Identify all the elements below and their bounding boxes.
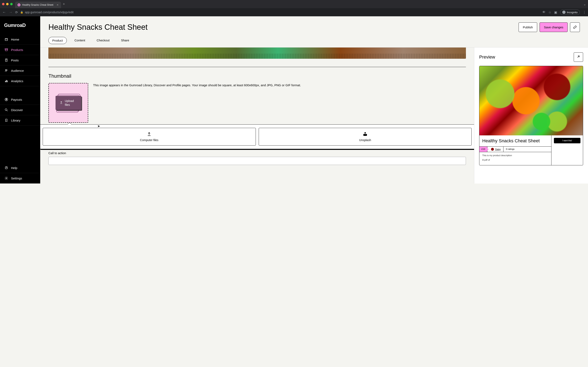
sidebar-item-posts[interactable]: Posts [0, 55, 40, 66]
tab-checkout[interactable]: Checkout [93, 37, 113, 44]
svg-point-10 [5, 109, 7, 110]
sidebar-item-settings[interactable]: Settings [0, 173, 40, 184]
avatar-icon [491, 148, 494, 151]
file-icon [4, 58, 8, 62]
favicon-icon: G [17, 3, 20, 6]
preview-cover-image [479, 66, 583, 135]
incognito-badge[interactable]: Incognito [560, 9, 580, 15]
unsplash-icon [363, 132, 367, 136]
svg-rect-7 [6, 80, 7, 82]
tab-content[interactable]: Content [71, 37, 89, 44]
preview-product-title: Healthy Snacks Cheat Sheet [479, 135, 551, 146]
unsplash-button[interactable]: Unsplash [259, 128, 472, 146]
upload-label: Upload files [65, 99, 77, 106]
sidebar-item-label: Help [11, 166, 17, 170]
tabs-dropdown-icon[interactable]: ⌄ [583, 2, 586, 6]
svg-rect-2 [5, 49, 8, 51]
open-preview-button[interactable] [574, 52, 583, 62]
tab-share[interactable]: Share [117, 37, 133, 44]
sidebar-item-analytics[interactable]: Analytics [0, 76, 40, 86]
sidebar-item-label: Discover [11, 108, 23, 112]
preview-heading: Preview [479, 54, 495, 60]
help-icon [4, 166, 8, 170]
new-tab-button[interactable]: + [63, 2, 65, 6]
sidebar-item-payouts[interactable]: Payouts [0, 94, 40, 105]
thumbnail-heading: Thumbnail [48, 73, 466, 79]
incognito-icon [562, 11, 566, 14]
url-field[interactable]: 🔒 app.gumroad.com/products/xdpgv/edit [20, 11, 540, 14]
address-bar: ← → ⟳ 🔒 app.gumroad.com/products/xdpgv/e… [0, 8, 588, 16]
tabs: Product Content Checkout Share [48, 37, 580, 47]
users-icon [4, 69, 8, 72]
cta-label: Call to action [48, 151, 466, 155]
desc-line-2: A pdf of [482, 159, 548, 161]
sidebar-item-label: Analytics [11, 79, 23, 83]
close-tab-icon[interactable]: ✕ [57, 3, 59, 6]
upload-icon [60, 101, 63, 105]
incognito-label: Incognito [567, 11, 578, 14]
cta-input[interactable] [48, 157, 466, 165]
publish-button[interactable]: Publish [519, 22, 537, 32]
upload-icon [147, 132, 151, 136]
svg-rect-8 [7, 81, 8, 82]
save-button[interactable]: Save changes [540, 22, 568, 32]
sidebar-item-label: Products [11, 48, 23, 52]
reload-button[interactable]: ⟳ [15, 10, 18, 14]
maximize-window-button[interactable] [10, 3, 13, 5]
search-icon [4, 108, 8, 112]
sidebar-item-label: Library [11, 119, 20, 122]
dollar-icon [4, 98, 8, 101]
upload-source-popover: Computer files Unsplash [40, 124, 474, 149]
svg-point-5 [7, 70, 7, 70]
preview-panel: Preview Healthy Snacks Cheat Sheet £10 [474, 48, 588, 184]
author-name: Daisy [495, 148, 501, 150]
editor-column: Thumbnail Upload files This image appear… [40, 48, 474, 184]
sidebar-item-label: Home [11, 38, 19, 41]
logo[interactable]: GumroaD [0, 20, 40, 34]
thumbnail-help-text: This image appears in the Gumroad Librar… [93, 83, 466, 88]
bookmark-icon [4, 118, 8, 122]
close-window-button[interactable] [2, 3, 4, 5]
want-this-button[interactable]: I want this! [554, 138, 580, 143]
panel-icon[interactable]: ▣ [554, 10, 557, 14]
sidebar-item-help[interactable]: Help [0, 163, 40, 173]
svg-rect-0 [5, 39, 8, 41]
sidebar-item-products[interactable]: Products [0, 45, 40, 55]
thumbnail-dropzone[interactable]: Upload files [48, 83, 88, 123]
browser-tab[interactable]: G Healthy Snacks Cheat Sheet ✕ [15, 2, 61, 8]
sidebar-item-home[interactable]: Home [0, 34, 40, 45]
svg-point-4 [6, 69, 7, 71]
gear-icon [4, 176, 8, 180]
star-icon[interactable]: ☆ [548, 10, 551, 14]
kebab-menu-icon[interactable]: ⋮ [583, 10, 586, 14]
lock-icon: 🔒 [20, 11, 23, 14]
browser-tab-bar: G Healthy Snacks Cheat Sheet ✕ + ⌄ [0, 0, 588, 8]
svg-rect-6 [5, 81, 6, 82]
computer-files-button[interactable]: Computer files [43, 128, 256, 146]
sidebar-item-label: Settings [11, 176, 22, 180]
svg-rect-14 [364, 132, 366, 133]
window-controls [2, 3, 13, 5]
url-text: app.gumroad.com/products/xdpgv/edit [25, 11, 73, 14]
tab-product[interactable]: Product [48, 37, 67, 44]
sidebar-item-audience[interactable]: Audience [0, 66, 40, 76]
main-content: Healthy Snacks Cheat Sheet Publish Save … [40, 16, 588, 184]
button-label: Unsplash [359, 138, 371, 142]
link-button[interactable] [570, 22, 580, 32]
sidebar-item-discover[interactable]: Discover [0, 105, 40, 115]
sidebar-item-library[interactable]: Library [0, 115, 40, 125]
forward-button[interactable]: → [9, 10, 13, 15]
upload-files-button[interactable]: Upload files [56, 96, 81, 110]
home-icon [4, 38, 8, 41]
preview-price: £10 [479, 147, 487, 152]
eye-off-icon[interactable]: 👁 [542, 10, 545, 14]
preview-author[interactable]: Daisy [487, 147, 503, 152]
sidebar: GumroaD Home Products Posts Audience Ana… [0, 16, 40, 184]
back-button[interactable]: ← [2, 10, 6, 15]
external-link-icon [576, 55, 580, 59]
preview-ratings: 0 ratings [503, 147, 517, 152]
button-label: Computer files [140, 138, 158, 142]
tab-title: Healthy Snacks Cheat Sheet [22, 3, 53, 6]
minimize-window-button[interactable] [6, 3, 9, 5]
cover-image[interactable] [48, 48, 466, 59]
